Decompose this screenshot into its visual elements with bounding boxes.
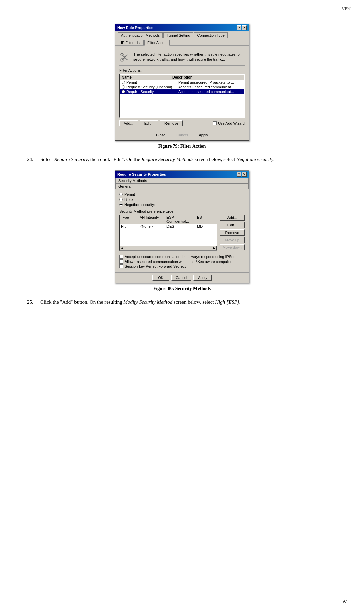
apply-security-button[interactable]: Apply	[193, 275, 212, 281]
security-dialog-footer: OK Cancel Apply	[115, 272, 249, 283]
close-button[interactable]: ✕	[242, 25, 247, 30]
ok-button[interactable]: OK	[152, 275, 169, 281]
titlebar-buttons: ? ✕	[237, 25, 247, 30]
move-up-button[interactable]: Move up	[220, 237, 245, 243]
filter-dialog-titlebar: New Rule Properties ? ✕	[115, 24, 249, 31]
scrollbar-area: ◀ ▶	[120, 246, 217, 250]
request-security-name: Request Security (Optional)	[126, 85, 177, 89]
tab-filter-action[interactable]: Filter Action	[144, 40, 170, 46]
security-table-container: Type AH Integrity ESP Confidential... ES…	[119, 215, 217, 252]
add-button[interactable]: Add...	[119, 120, 138, 126]
security-help-button[interactable]: ?	[237, 172, 241, 177]
filter-dialog-tabs: Authentication Methods Tunnel Setting Co…	[115, 31, 249, 38]
checkbox-accept-unsecured-box[interactable]	[119, 255, 123, 259]
row-esp: DES	[165, 224, 195, 229]
security-methods-dialog: Require Security Properties ? ✕ Security…	[115, 170, 249, 283]
checkbox-session-key: Session key Perfect Forward Secrecy	[119, 264, 245, 268]
tab-ip-filter-list[interactable]: IP Filter List	[118, 40, 144, 45]
para25-text: Click the "Add" button. On the resulting…	[40, 298, 240, 306]
security-section-label: Security Method preference order:	[119, 209, 245, 213]
radio-item-permit[interactable]: Permit	[119, 192, 245, 196]
list-item-permit[interactable]: Permit Permit unsecured IP packets to ..…	[120, 80, 244, 85]
radio-negotiate-circle	[119, 203, 123, 206]
side-buttons: Add... Edit... Remove Move up Move down	[220, 215, 245, 252]
require-security-name: Require Security	[126, 90, 177, 94]
list-item-request-security[interactable]: Request Security (Optional) Accepts unse…	[120, 85, 244, 89]
security-table-header: Type AH Integrity ESP Confidential... ES	[120, 215, 217, 224]
security-radio-group: Permit Block Negotiate security:	[119, 192, 245, 207]
col-ah: AH Integrity	[138, 215, 165, 224]
security-table-area: Type AH Integrity ESP Confidential... ES…	[119, 215, 245, 252]
permit-desc: Permit unsecured IP packets to ...	[178, 80, 242, 84]
radio-item-negotiate[interactable]: Negotiate security:	[119, 203, 245, 207]
row-es: MD	[195, 224, 207, 229]
col-es: ES	[195, 215, 207, 224]
add-security-button[interactable]: Add...	[220, 215, 245, 221]
radio-block-label: Block	[124, 197, 133, 202]
filter-icon-area: The selected filter action specifies whe…	[119, 49, 245, 66]
permit-name: Permit	[126, 80, 177, 84]
tab-general[interactable]: General	[115, 183, 249, 189]
edit-security-button[interactable]: Edit...	[220, 222, 245, 228]
use-add-wizard-checkbox[interactable]	[213, 121, 217, 125]
edit-button[interactable]: Edit...	[140, 120, 158, 126]
row-ah: <None>	[138, 224, 165, 229]
filter-section-label: Filter Actions:	[119, 68, 245, 72]
para24-number: 24.	[27, 156, 37, 163]
checkbox-session-key-box[interactable]	[119, 264, 123, 268]
security-close-button[interactable]: ✕	[242, 172, 247, 177]
security-tabs: Security Methods General	[115, 178, 249, 189]
remove-button[interactable]: Remove	[160, 120, 183, 126]
para25-italic1: Modify Security Method	[123, 299, 172, 305]
cancel-security-button[interactable]: Cancel	[171, 275, 191, 281]
para25: 25. Click the "Add" button. On the resul…	[27, 298, 337, 306]
close-footer-button[interactable]: Close	[152, 132, 170, 138]
tab-tunnel-setting[interactable]: Tunnel Setting	[163, 32, 193, 38]
cancel-footer-button[interactable]: Cancel	[172, 132, 192, 138]
security-table-row-high[interactable]: High <None> DES MD	[120, 224, 217, 229]
figure80-caption: Figure 80: Security Methods	[153, 286, 211, 291]
request-security-desc: Accepts unsecured communicat...	[178, 85, 242, 89]
radio-require-security	[122, 90, 125, 93]
radio-permit-circle	[119, 193, 123, 196]
figure80-container: Require Security Properties ? ✕ Security…	[27, 170, 337, 291]
list-header: Name Description	[120, 75, 244, 80]
scroll-left-btn[interactable]: ◀	[120, 246, 124, 250]
scroll-right-btn[interactable]: ▶	[212, 246, 217, 250]
para25-number: 25.	[27, 298, 37, 306]
scissors-icon	[119, 52, 130, 63]
filter-dialog-title: New Rule Properties	[117, 26, 153, 30]
radio-block-circle	[119, 198, 123, 201]
scrollbar-thumb[interactable]	[126, 247, 136, 249]
use-add-wizard-area: Use Add Wizard	[213, 121, 245, 125]
use-add-wizard-label: Use Add Wizard	[218, 121, 245, 125]
move-down-button[interactable]: Move down	[220, 244, 245, 250]
page-number: 97	[343, 598, 347, 604]
apply-footer-button[interactable]: Apply	[194, 132, 212, 138]
page-header: VPN	[342, 6, 351, 11]
list-item-require-security[interactable]: Require Security Accepts unsecured commu…	[120, 89, 244, 94]
checkbox-allow-unsecured-box[interactable]	[119, 259, 123, 264]
help-button[interactable]: ?	[237, 25, 241, 30]
tab-auth-methods[interactable]: Authentication Methods	[118, 32, 163, 38]
para24-italic1: Require Security	[54, 157, 88, 162]
checkbox-accept-unsecured: Accept unsecured communication, but alwa…	[119, 255, 245, 259]
scroll-middle	[192, 246, 212, 250]
radio-item-block[interactable]: Block	[119, 197, 245, 202]
security-dialog-title: Require Security Properties	[117, 172, 166, 176]
tab-connection-type[interactable]: Connection Type	[194, 32, 228, 38]
para24-italic3: Negotiate security	[236, 157, 273, 162]
tab-security-methods[interactable]: Security Methods	[115, 178, 249, 184]
filter-dialog-tabs2: IP Filter List Filter Action	[115, 38, 249, 46]
empty-rows	[120, 229, 217, 246]
col-type: Type	[120, 215, 138, 224]
figure79-caption: Figure 79: Filter Action	[158, 144, 206, 149]
checkbox-allow-unsecured: Allow unsecured communication with non I…	[119, 259, 245, 264]
require-security-desc: Accepts unsecured communicat...	[178, 90, 242, 94]
security-dialog-titlebar: Require Security Properties ? ✕	[115, 171, 249, 178]
filter-btn-row: Add... Edit... Remove Use Add Wizard	[119, 120, 245, 126]
checkbox-accept-unsecured-label: Accept unsecured communication, but alwa…	[125, 255, 235, 259]
radio-request-security	[122, 85, 125, 89]
remove-security-button[interactable]: Remove	[220, 229, 245, 236]
para24-italic2: Require Security Methods	[141, 157, 193, 162]
